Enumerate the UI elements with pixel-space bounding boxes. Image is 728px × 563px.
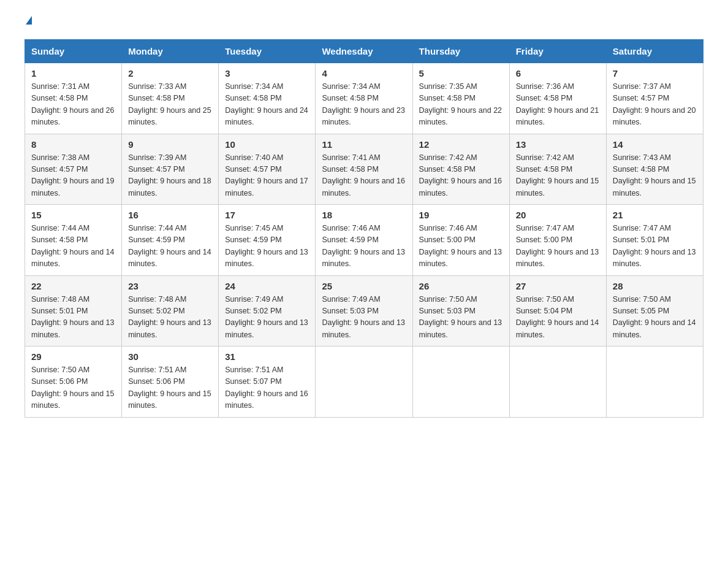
day-detail: Sunrise: 7:38 AMSunset: 4:57 PMDaylight:…	[31, 152, 115, 200]
calendar-cell: 19 Sunrise: 7:46 AMSunset: 5:00 PMDaylig…	[412, 205, 509, 276]
day-number: 24	[225, 281, 309, 291]
day-number: 16	[128, 210, 212, 220]
calendar-week-row: 8 Sunrise: 7:38 AMSunset: 4:57 PMDayligh…	[25, 134, 703, 205]
calendar-cell: 2 Sunrise: 7:33 AMSunset: 4:58 PMDayligh…	[122, 63, 219, 134]
day-number: 18	[322, 210, 406, 220]
calendar-cell: 29 Sunrise: 7:50 AMSunset: 5:06 PMDaylig…	[25, 347, 122, 418]
day-number: 2	[128, 68, 212, 79]
day-detail: Sunrise: 7:39 AMSunset: 4:57 PMDaylight:…	[128, 152, 212, 200]
calendar-header: SundayMondayTuesdayWednesdayThursdayFrid…	[25, 40, 703, 63]
calendar-week-row: 15 Sunrise: 7:44 AMSunset: 4:58 PMDaylig…	[25, 205, 703, 276]
day-detail: Sunrise: 7:50 AMSunset: 5:06 PMDaylight:…	[31, 364, 115, 412]
calendar-cell	[316, 347, 412, 418]
day-detail: Sunrise: 7:35 AMSunset: 4:58 PMDaylight:…	[419, 81, 503, 129]
day-detail: Sunrise: 7:41 AMSunset: 4:58 PMDaylight:…	[322, 152, 406, 200]
day-detail: Sunrise: 7:47 AMSunset: 5:01 PMDaylight:…	[613, 223, 697, 270]
calendar-cell: 5 Sunrise: 7:35 AMSunset: 4:58 PMDayligh…	[412, 63, 509, 134]
calendar-cell: 16 Sunrise: 7:44 AMSunset: 4:59 PMDaylig…	[122, 205, 219, 276]
day-number: 9	[128, 139, 212, 150]
day-number: 15	[31, 210, 115, 220]
day-detail: Sunrise: 7:42 AMSunset: 4:58 PMDaylight:…	[419, 152, 503, 200]
calendar-cell: 15 Sunrise: 7:44 AMSunset: 4:58 PMDaylig…	[25, 205, 122, 276]
day-number: 28	[613, 281, 697, 291]
calendar-cell: 6 Sunrise: 7:36 AMSunset: 4:58 PMDayligh…	[509, 63, 606, 134]
day-number: 29	[31, 351, 115, 362]
day-detail: Sunrise: 7:34 AMSunset: 4:58 PMDaylight:…	[225, 81, 309, 129]
weekday-header-monday: Monday	[122, 40, 219, 63]
weekday-header-saturday: Saturday	[606, 40, 703, 63]
calendar-cell: 26 Sunrise: 7:50 AMSunset: 5:03 PMDaylig…	[412, 275, 509, 347]
calendar-cell: 18 Sunrise: 7:46 AMSunset: 4:59 PMDaylig…	[316, 205, 412, 276]
day-number: 8	[31, 139, 115, 150]
calendar-week-row: 29 Sunrise: 7:50 AMSunset: 5:06 PMDaylig…	[25, 347, 703, 418]
calendar-week-row: 1 Sunrise: 7:31 AMSunset: 4:58 PMDayligh…	[25, 63, 703, 134]
calendar-body: 1 Sunrise: 7:31 AMSunset: 4:58 PMDayligh…	[25, 63, 703, 418]
weekday-header-sunday: Sunday	[25, 40, 122, 63]
day-detail: Sunrise: 7:50 AMSunset: 5:04 PMDaylight:…	[516, 294, 600, 342]
calendar-cell: 27 Sunrise: 7:50 AMSunset: 5:04 PMDaylig…	[509, 275, 606, 347]
calendar-cell: 24 Sunrise: 7:49 AMSunset: 5:02 PMDaylig…	[219, 275, 316, 347]
calendar-cell: 10 Sunrise: 7:40 AMSunset: 4:57 PMDaylig…	[219, 134, 316, 205]
calendar-cell: 21 Sunrise: 7:47 AMSunset: 5:01 PMDaylig…	[606, 205, 703, 276]
day-detail: Sunrise: 7:47 AMSunset: 5:00 PMDaylight:…	[516, 223, 600, 270]
calendar-cell: 20 Sunrise: 7:47 AMSunset: 5:00 PMDaylig…	[509, 205, 606, 276]
day-number: 7	[613, 68, 697, 79]
calendar-cell: 8 Sunrise: 7:38 AMSunset: 4:57 PMDayligh…	[25, 134, 122, 205]
day-detail: Sunrise: 7:33 AMSunset: 4:58 PMDaylight:…	[128, 81, 212, 129]
calendar-cell: 4 Sunrise: 7:34 AMSunset: 4:58 PMDayligh…	[316, 63, 412, 134]
calendar-cell	[606, 347, 703, 418]
day-number: 13	[516, 139, 600, 150]
day-number: 26	[419, 281, 503, 291]
calendar-cell: 30 Sunrise: 7:51 AMSunset: 5:06 PMDaylig…	[122, 347, 219, 418]
day-number: 23	[128, 281, 212, 291]
calendar-cell	[412, 347, 509, 418]
day-detail: Sunrise: 7:37 AMSunset: 4:57 PMDaylight:…	[613, 81, 697, 129]
weekday-header-thursday: Thursday	[412, 40, 509, 63]
day-detail: Sunrise: 7:49 AMSunset: 5:03 PMDaylight:…	[322, 294, 406, 342]
calendar-cell: 3 Sunrise: 7:34 AMSunset: 4:58 PMDayligh…	[219, 63, 316, 134]
day-detail: Sunrise: 7:45 AMSunset: 4:59 PMDaylight:…	[225, 223, 309, 270]
day-number: 27	[516, 281, 600, 291]
weekday-header-wednesday: Wednesday	[316, 40, 412, 63]
calendar-cell: 31 Sunrise: 7:51 AMSunset: 5:07 PMDaylig…	[219, 347, 316, 418]
page-header	[25, 18, 703, 27]
day-number: 21	[613, 210, 697, 220]
day-number: 20	[516, 210, 600, 220]
day-number: 6	[516, 68, 600, 79]
logo-triangle-icon	[26, 16, 32, 25]
calendar-week-row: 22 Sunrise: 7:48 AMSunset: 5:01 PMDaylig…	[25, 275, 703, 347]
calendar-cell: 1 Sunrise: 7:31 AMSunset: 4:58 PMDayligh…	[25, 63, 122, 134]
calendar-cell: 14 Sunrise: 7:43 AMSunset: 4:58 PMDaylig…	[606, 134, 703, 205]
calendar-cell: 13 Sunrise: 7:42 AMSunset: 4:58 PMDaylig…	[509, 134, 606, 205]
day-detail: Sunrise: 7:51 AMSunset: 5:06 PMDaylight:…	[128, 364, 212, 412]
weekday-header-tuesday: Tuesday	[219, 40, 316, 63]
day-detail: Sunrise: 7:48 AMSunset: 5:02 PMDaylight:…	[128, 294, 212, 342]
day-detail: Sunrise: 7:42 AMSunset: 4:58 PMDaylight:…	[516, 152, 600, 200]
day-detail: Sunrise: 7:51 AMSunset: 5:07 PMDaylight:…	[225, 364, 309, 412]
day-number: 31	[225, 351, 309, 362]
day-number: 3	[225, 68, 309, 79]
calendar-cell: 12 Sunrise: 7:42 AMSunset: 4:58 PMDaylig…	[412, 134, 509, 205]
day-detail: Sunrise: 7:36 AMSunset: 4:58 PMDaylight:…	[516, 81, 600, 129]
calendar-cell: 7 Sunrise: 7:37 AMSunset: 4:57 PMDayligh…	[606, 63, 703, 134]
day-detail: Sunrise: 7:43 AMSunset: 4:58 PMDaylight:…	[613, 152, 697, 200]
calendar-cell: 23 Sunrise: 7:48 AMSunset: 5:02 PMDaylig…	[122, 275, 219, 347]
weekday-header-friday: Friday	[509, 40, 606, 63]
day-number: 1	[31, 68, 115, 79]
day-detail: Sunrise: 7:31 AMSunset: 4:58 PMDaylight:…	[31, 81, 115, 129]
day-number: 25	[322, 281, 406, 291]
day-detail: Sunrise: 7:46 AMSunset: 5:00 PMDaylight:…	[419, 223, 503, 270]
day-number: 30	[128, 351, 212, 362]
day-number: 22	[31, 281, 115, 291]
day-detail: Sunrise: 7:50 AMSunset: 5:05 PMDaylight:…	[613, 294, 697, 342]
calendar-cell	[509, 347, 606, 418]
calendar-cell: 11 Sunrise: 7:41 AMSunset: 4:58 PMDaylig…	[316, 134, 412, 205]
day-detail: Sunrise: 7:50 AMSunset: 5:03 PMDaylight:…	[419, 294, 503, 342]
day-number: 4	[322, 68, 406, 79]
day-number: 19	[419, 210, 503, 220]
logo	[25, 18, 32, 27]
day-detail: Sunrise: 7:46 AMSunset: 4:59 PMDaylight:…	[322, 223, 406, 270]
day-detail: Sunrise: 7:44 AMSunset: 4:58 PMDaylight:…	[31, 223, 115, 270]
day-number: 10	[225, 139, 309, 150]
day-detail: Sunrise: 7:48 AMSunset: 5:01 PMDaylight:…	[31, 294, 115, 342]
